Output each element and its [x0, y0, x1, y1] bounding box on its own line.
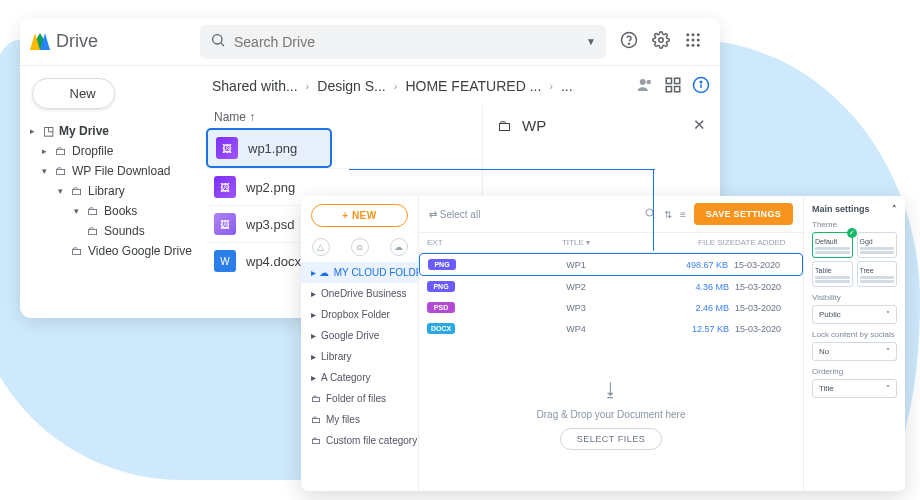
apps-grid-icon[interactable] — [684, 31, 702, 53]
svg-rect-17 — [675, 78, 680, 83]
filter-icon[interactable]: ⇅ — [664, 209, 672, 220]
search-icon — [210, 32, 226, 52]
file-thumb-icon: 🖼 — [216, 137, 238, 159]
tree-wp-file-download[interactable]: ▾🗀WP File Download — [26, 161, 196, 181]
wfd-cat-custom[interactable]: 🗀 Custom file category — [301, 430, 418, 451]
svg-rect-18 — [666, 86, 671, 91]
drive-search[interactable]: ▼ — [200, 25, 606, 59]
cloud-tab-onedrive-icon[interactable]: ☁ — [390, 238, 408, 256]
file-name: wp2.png — [246, 180, 295, 195]
wfd-cat-gdrive[interactable]: ▸ Google Drive — [301, 325, 418, 346]
wfd-settings-panel: Main settings˄ Theme Default Ggd Table T… — [803, 196, 905, 491]
svg-point-7 — [697, 33, 700, 36]
close-icon[interactable]: ✕ — [693, 116, 706, 134]
file-name: wp4.docx — [246, 254, 301, 269]
wfd-cat-acategory[interactable]: ▸ A Category — [301, 367, 418, 388]
file-row-wp1[interactable]: 🖼wp1.png — [206, 128, 332, 168]
tree-sounds[interactable]: 🗀Sounds — [26, 221, 196, 241]
grid-view-icon[interactable] — [664, 76, 682, 97]
gear-icon[interactable] — [652, 31, 670, 53]
file-name: wp1.png — [248, 141, 297, 156]
sort-icon[interactable]: ≡ — [680, 209, 686, 220]
wfd-cat-myfiles[interactable]: 🗀 My files — [301, 409, 418, 430]
svg-point-14 — [640, 79, 646, 85]
theme-table[interactable]: Table — [812, 261, 853, 287]
wfd-row[interactable]: DOCXWP412.57 KB15-03-2020 — [419, 318, 803, 339]
crumb-more[interactable]: ... — [561, 78, 573, 94]
info-icon[interactable] — [692, 76, 710, 97]
theme-ggd[interactable]: Ggd — [857, 232, 898, 258]
row-date: 15-03-2020 — [735, 282, 795, 292]
svg-point-8 — [686, 38, 689, 41]
tree-dropfile[interactable]: ▸🗀Dropfile — [26, 141, 196, 161]
tree-my-drive[interactable]: ▸◳My Drive — [26, 121, 196, 141]
wfd-cloud-tabs: △ ⧈ ☁ — [301, 235, 418, 262]
drive-header: Drive ▼ — [20, 18, 720, 66]
folder-icon: 🗀 — [55, 164, 67, 178]
select-all-toggle[interactable]: ⇄ Select all — [429, 209, 480, 220]
svg-point-10 — [697, 38, 700, 41]
crumb-shared[interactable]: Shared with... — [212, 78, 298, 94]
wfd-cat-folderfiles[interactable]: 🗀 Folder of files — [301, 388, 418, 409]
visibility-select[interactable]: Public˅ — [812, 305, 897, 324]
theme-tree[interactable]: Tree — [857, 261, 898, 287]
new-button-label: New — [70, 86, 96, 101]
svg-point-22 — [700, 81, 702, 83]
row-size: 2.46 MB — [673, 303, 735, 313]
cloud-tab-dropbox-icon[interactable]: ⧈ — [351, 238, 369, 256]
wp-panel-title: WP — [522, 117, 546, 134]
drive-app-name: Drive — [56, 31, 98, 52]
tree-library[interactable]: ▾🗀Library — [26, 181, 196, 201]
select-files-button[interactable]: SELECT FILES — [560, 428, 662, 450]
search-dropdown-icon[interactable]: ▼ — [586, 36, 596, 47]
visibility-label: Visibility — [812, 293, 897, 302]
search-icon[interactable] — [644, 207, 656, 221]
folder-icon: 🗀 — [497, 117, 512, 134]
wfd-cat-dropbox[interactable]: ▸ Dropbox Folder — [301, 304, 418, 325]
col-ext[interactable]: EXT — [427, 238, 479, 247]
chevron-down-icon: ˅ — [886, 310, 890, 319]
tree-books[interactable]: ▾🗀Books — [26, 201, 196, 221]
wp-file-download-window: + NEW △ ⧈ ☁ ▸ ☁ MY CLOUD FOLDER ▸ OneDri… — [301, 196, 905, 491]
drive-logo[interactable]: Drive — [30, 31, 200, 52]
file-thumb-icon: 🖼 — [214, 213, 236, 235]
crumb-home[interactable]: HOME FEATURED ... — [405, 78, 541, 94]
lock-select[interactable]: No˅ — [812, 342, 897, 361]
wfd-category-list: ▸ ☁ MY CLOUD FOLDER ▸ OneDrive Business … — [301, 262, 418, 451]
ext-badge: PSD — [427, 302, 455, 313]
tree-video-google-drive[interactable]: 🗀Video Google Drive — [26, 241, 196, 261]
cloud-tab-gdrive-icon[interactable]: △ — [312, 238, 330, 256]
ordering-select[interactable]: Title˅ — [812, 379, 897, 398]
wfd-row[interactable]: PSDWP32.46 MB15-03-2020 — [419, 297, 803, 318]
svg-point-11 — [686, 43, 689, 46]
wfd-new-button[interactable]: + NEW — [311, 204, 408, 227]
drive-tree: ▸◳My Drive ▸🗀Dropfile ▾🗀WP File Download… — [26, 121, 196, 261]
svg-point-23 — [646, 209, 653, 216]
wfd-cat-onedrive[interactable]: ▸ OneDrive Business — [301, 283, 418, 304]
search-input[interactable] — [234, 34, 578, 50]
folder-icon: 🗀 — [87, 204, 99, 218]
dropzone-hint: Drag & Drop your Document here — [537, 409, 686, 420]
wfd-sidebar: + NEW △ ⧈ ☁ ▸ ☁ MY CLOUD FOLDER ▸ OneDri… — [301, 196, 419, 491]
crumb-design[interactable]: Design S... — [317, 78, 385, 94]
dropzone[interactable]: ⭳ Drag & Drop your Document here SELECT … — [419, 339, 803, 491]
col-size[interactable]: FILE SIZE — [673, 238, 735, 247]
ext-badge: PNG — [428, 259, 456, 270]
wfd-main: ⇄ Select all ⇅ ≡ SAVE SETTINGS EXT TITLE… — [419, 196, 803, 491]
col-date[interactable]: DATE ADDED — [735, 238, 795, 247]
wfd-row[interactable]: PNGWP24.36 MB15-03-2020 — [419, 276, 803, 297]
help-icon[interactable] — [620, 31, 638, 53]
ext-badge: DOCX — [427, 323, 455, 334]
save-settings-button[interactable]: SAVE SETTINGS — [694, 203, 793, 225]
wfd-cat-library[interactable]: ▸ Library — [301, 346, 418, 367]
svg-rect-16 — [666, 78, 671, 83]
col-title[interactable]: TITLE ▾ — [479, 238, 673, 247]
wfd-cat-mycloud[interactable]: ▸ ☁ MY CLOUD FOLDER — [301, 262, 418, 283]
folder-icon: 🗀 — [87, 224, 99, 238]
settings-title[interactable]: Main settings˄ — [812, 204, 897, 214]
file-thumb-icon: W — [214, 250, 236, 272]
theme-default[interactable]: Default — [812, 232, 853, 258]
new-button[interactable]: +New — [32, 78, 115, 109]
people-icon[interactable] — [636, 76, 654, 97]
wfd-row[interactable]: PNGWP1498.67 KB15-03-2020 — [419, 253, 803, 276]
